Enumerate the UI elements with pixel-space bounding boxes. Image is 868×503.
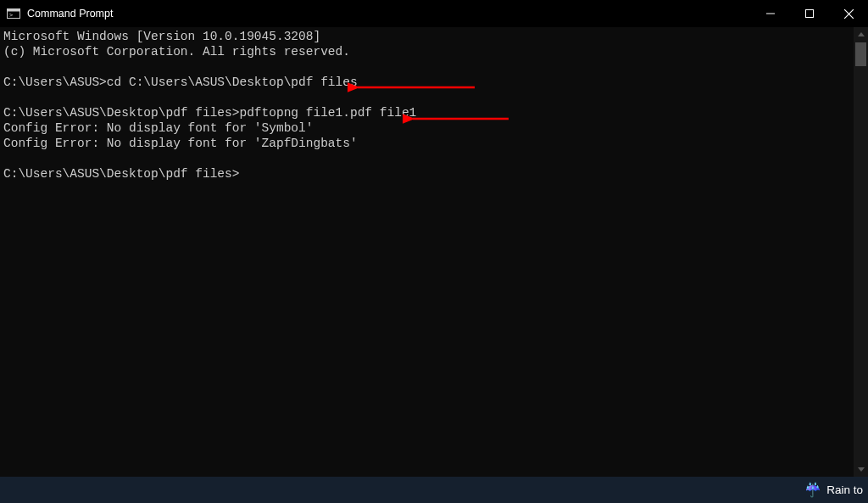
minimize-button[interactable] <box>751 0 790 27</box>
close-button[interactable] <box>829 0 868 27</box>
svg-marker-7 <box>858 32 865 36</box>
rain-icon: ☔ <box>804 482 821 498</box>
terminal-line: Config Error: No display font for 'Symbo… <box>3 121 313 135</box>
svg-marker-8 <box>858 467 865 472</box>
terminal-line: (c) Microsoft Corporation. All rights re… <box>3 45 350 59</box>
command-prompt-window: >_ Command Prompt Microsoft Windows [Ver… <box>0 0 868 477</box>
terminal-area: Microsoft Windows [Version 10.0.19045.32… <box>0 27 868 477</box>
weather-widget[interactable]: ☔ Rain to <box>804 482 863 498</box>
weather-label: Rain to <box>826 483 863 496</box>
window-title: Command Prompt <box>27 8 113 20</box>
titlebar[interactable]: >_ Command Prompt <box>0 0 868 27</box>
terminal-line: C:\Users\ASUS\Desktop\pdf files>pdftopng… <box>3 106 416 120</box>
scroll-thumb[interactable] <box>855 42 866 66</box>
terminal-line: Microsoft Windows [Version 10.0.19045.32… <box>3 30 320 43</box>
terminal-line: C:\Users\ASUS\Desktop\pdf files> <box>3 167 239 181</box>
vertical-scrollbar[interactable] <box>854 27 868 477</box>
svg-text:>_: >_ <box>9 12 17 19</box>
terminal-line: Config Error: No display font for 'ZapfD… <box>3 137 358 150</box>
taskbar[interactable]: ☔ Rain to <box>0 477 868 503</box>
scroll-up-button[interactable] <box>854 27 868 42</box>
svg-rect-4 <box>806 10 814 18</box>
maximize-button[interactable] <box>790 0 829 27</box>
terminal-line: C:\Users\ASUS>cd C:\Users\ASUS\Desktop\p… <box>3 75 358 89</box>
scroll-down-button[interactable] <box>854 462 868 477</box>
command-prompt-icon: >_ <box>7 7 20 20</box>
terminal-output[interactable]: Microsoft Windows [Version 10.0.19045.32… <box>0 27 854 477</box>
